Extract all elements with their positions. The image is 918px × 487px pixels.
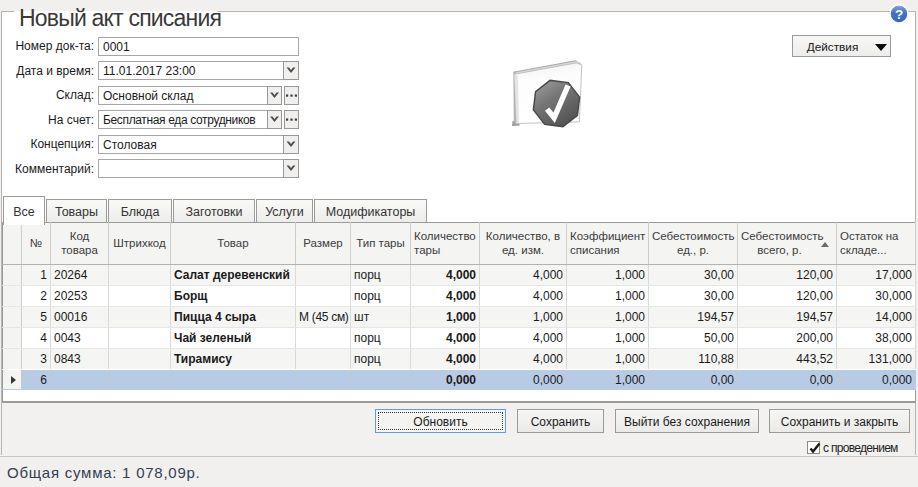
svg-text:?: ? [895,7,903,22]
